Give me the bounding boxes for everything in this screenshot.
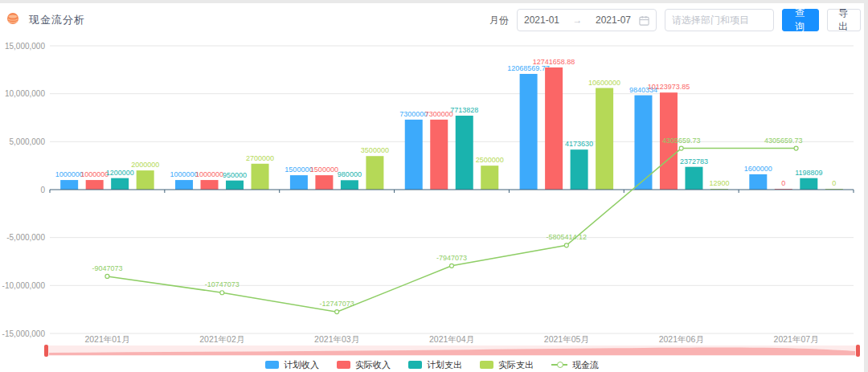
page-header: 现金流分析 月份 2021-01 → 2021-07 查 询 导 出: [0, 3, 864, 37]
datazoom-handle-right[interactable]: [856, 345, 860, 357]
bar-value-label: 1198809: [795, 169, 822, 177]
cashflow-coin-icon: [6, 12, 19, 28]
bar-4-month-4[interactable]: [481, 166, 498, 190]
date-start-value[interactable]: 2021-01: [524, 14, 559, 26]
cashflow-point-month-2[interactable]: [220, 291, 224, 295]
bar-3-month-7[interactable]: [800, 178, 817, 190]
bar-value-label: 10600000: [588, 79, 620, 87]
bar-value-label: 10123973.85: [648, 83, 690, 91]
legend-swatch-icon: [337, 361, 350, 369]
bar-value-label: 1000000: [170, 170, 199, 178]
legend-label: 现金流: [572, 359, 599, 371]
bar-2-month-1[interactable]: [86, 180, 104, 190]
chart-legend: 计划收入实际收入计划支出实际支出现金流: [0, 358, 864, 372]
bar-value-label: 0: [781, 179, 785, 187]
bar-value-label: 3500000: [361, 146, 389, 154]
bar-1-month-7[interactable]: [749, 174, 767, 190]
cashflow-chart: 15,000,00010,000,0005,000,0000-5,000,000…: [0, 36, 864, 345]
bar-value-label: 950000: [223, 171, 247, 179]
legend-item-1[interactable]: 计划收入: [265, 359, 319, 371]
query-button[interactable]: 查 询: [782, 9, 819, 31]
legend-item-2[interactable]: 实际收入: [337, 359, 391, 371]
cashflow-point-month-7[interactable]: [794, 146, 798, 150]
datazoom-handle-left[interactable]: [44, 345, 48, 357]
y-axis-tick-label: 15,000,000: [5, 42, 45, 51]
x-axis-category-label: 2021年03月: [314, 334, 359, 344]
bar-1-month-5[interactable]: [520, 74, 538, 190]
bar-value-label: 2500000: [476, 156, 504, 164]
x-axis-category-label: 2021年01月: [84, 334, 129, 344]
legend-label: 实际收入: [355, 359, 391, 371]
cashflow-point-month-1[interactable]: [105, 274, 109, 278]
bar-1-month-4[interactable]: [405, 120, 423, 190]
bar-4-month-5[interactable]: [596, 88, 613, 190]
bar-4-month-3[interactable]: [366, 156, 383, 190]
legend-label: 计划收入: [284, 359, 319, 371]
legend-swatch-icon: [480, 361, 493, 369]
bar-value-label: 4173630: [565, 140, 593, 148]
department-project-input[interactable]: [665, 9, 774, 31]
y-axis-tick-label: -5,000,000: [6, 233, 45, 242]
bar-1-month-3[interactable]: [290, 175, 308, 190]
bar-value-label: 2000000: [131, 161, 159, 169]
legend-line-dot-icon: [557, 362, 563, 368]
bar-value-label: 1500000: [310, 166, 338, 174]
legend-item-4[interactable]: 实际支出: [480, 359, 534, 371]
cashflow-value-label: 4305659.73: [764, 137, 803, 145]
bar-value-label: 12741658.88: [533, 58, 575, 66]
bar-value-label: 7300000: [399, 110, 428, 118]
legend-item-5[interactable]: 现金流: [551, 359, 599, 371]
cashflow-value-label: -7947073: [436, 254, 467, 262]
bar-3-month-2[interactable]: [226, 181, 244, 190]
bar-value-label: 0: [832, 179, 836, 187]
bar-3-month-1[interactable]: [111, 178, 129, 190]
export-button[interactable]: 导 出: [827, 9, 861, 31]
bar-value-label: 1600000: [744, 165, 772, 173]
bar-value-label: 1000000: [80, 170, 108, 178]
bar-4-month-1[interactable]: [137, 170, 154, 190]
bar-2-month-4[interactable]: [430, 120, 448, 190]
bar-2-month-5[interactable]: [545, 67, 563, 190]
cashflow-value-label: 4305659.73: [662, 137, 701, 145]
legend-swatch-icon: [265, 361, 279, 369]
bar-3-month-6[interactable]: [685, 167, 702, 190]
month-label: 月份: [489, 14, 509, 27]
chart-canvas: 15,000,00010,000,0005,000,0000-5,000,000…: [0, 36, 864, 345]
bar-value-label: 1200000: [106, 169, 134, 177]
legend-label: 实际支出: [498, 359, 534, 371]
cashflow-value-label: -5805414.12: [547, 233, 588, 241]
bar-value-label: 2700000: [246, 154, 274, 162]
calendar-icon[interactable]: [639, 15, 649, 26]
bar-2-month-3[interactable]: [315, 175, 333, 190]
bar-value-label: 980000: [338, 170, 362, 178]
cashflow-point-month-6[interactable]: [679, 146, 683, 150]
cashflow-point-month-3[interactable]: [335, 310, 339, 314]
bar-value-label: 1500000: [285, 166, 313, 174]
cashflow-page: 现金流分析 月份 2021-01 → 2021-07 查 询 导 出: [0, 3, 864, 372]
legend-item-3[interactable]: 计划支出: [408, 359, 462, 371]
bar-3-month-3[interactable]: [341, 180, 358, 190]
y-axis-tick-label: 5,000,000: [10, 137, 46, 146]
legend-label: 计划支出: [427, 359, 462, 371]
bar-4-month-2[interactable]: [252, 164, 269, 190]
bar-1-month-2[interactable]: [175, 180, 193, 190]
bar-2-month-2[interactable]: [201, 180, 219, 190]
page-title: 现金流分析: [29, 13, 85, 27]
x-axis-category-label: 2021年05月: [544, 334, 589, 344]
cashflow-point-month-5[interactable]: [564, 243, 568, 247]
datazoom-slider[interactable]: [44, 345, 860, 357]
date-range-arrow-icon: →: [559, 14, 596, 26]
y-axis-tick-label: -15,000,000: [2, 329, 46, 338]
date-range-picker[interactable]: 2021-01 → 2021-07: [517, 9, 657, 31]
bar-value-label: 1000000: [195, 170, 223, 178]
date-end-value[interactable]: 2021-07: [596, 14, 631, 26]
bar-3-month-4[interactable]: [456, 116, 473, 190]
cashflow-point-month-4[interactable]: [450, 264, 454, 268]
bar-3-month-5[interactable]: [571, 149, 588, 190]
legend-line-marker-icon: [551, 364, 567, 366]
y-axis-tick-label: 0: [40, 186, 45, 194]
y-axis-tick-label: -10,000,000: [2, 281, 46, 290]
bar-value-label: 7713828: [450, 106, 478, 114]
cashflow-value-label: -12747073: [320, 300, 354, 308]
bar-1-month-1[interactable]: [60, 180, 78, 190]
